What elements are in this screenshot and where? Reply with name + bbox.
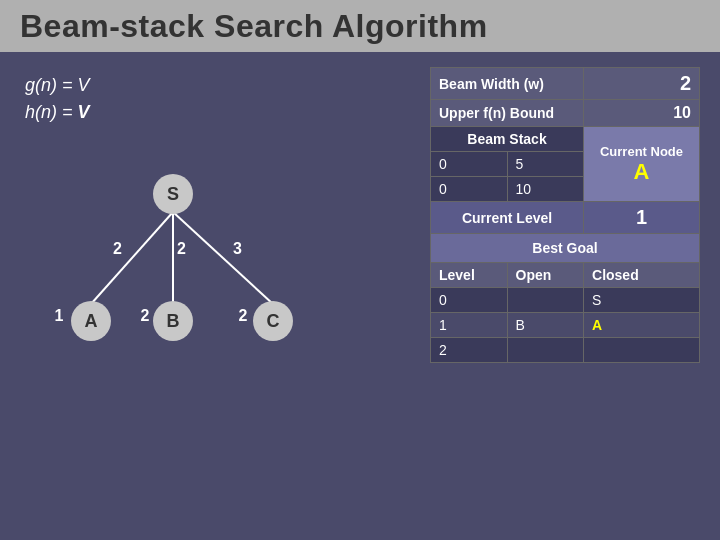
legend-bold-v: V: [78, 102, 90, 122]
level-2: 2: [431, 338, 508, 363]
table-row-1: 1 B A: [431, 313, 700, 338]
current-level-row: Current Level 1: [431, 202, 700, 234]
col-closed-header: Closed: [584, 263, 700, 288]
current-node-area: Current Node A: [584, 127, 700, 202]
sub-header-row: Beam Stack Current Node A: [431, 127, 700, 152]
beam-width-value: 2: [584, 68, 700, 100]
graph-container: 2 2 3 S 1 A 2 B 2 C: [25, 146, 325, 446]
node-b-num: 2: [141, 307, 150, 324]
node-a-num: 1: [55, 307, 64, 324]
svg-line-2: [173, 212, 273, 304]
upper-bound-value: 10: [584, 100, 700, 127]
right-panel: Beam Width (w) 2 Upper f(n) Bound 10 Bea…: [425, 62, 705, 530]
title-bar: Beam-stack Search Algorithm: [0, 0, 720, 52]
node-a-label: A: [85, 311, 98, 331]
node-c-label: C: [267, 311, 280, 331]
beam-stack-label: Beam Stack: [431, 127, 584, 152]
upper-bound-label: Upper f(n) Bound: [431, 100, 584, 127]
col-open-header: Open: [507, 263, 584, 288]
table-header-row: Level Open Closed: [431, 263, 700, 288]
edge-weight-sc: 3: [233, 240, 242, 257]
beam-width-row: Beam Width (w) 2: [431, 68, 700, 100]
current-node-label: Current Node: [592, 144, 691, 159]
level-1: 1: [431, 313, 508, 338]
closed-0: S: [584, 288, 700, 313]
best-goal-label: Best Goal: [431, 234, 700, 263]
graph-svg: 2 2 3 S 1 A 2 B 2 C: [25, 146, 315, 366]
closed-1: A: [584, 313, 700, 338]
beam-stack-col2-2: 10: [507, 177, 584, 202]
best-goal-row: Best Goal: [431, 234, 700, 263]
col-level-header: Level: [431, 263, 508, 288]
main-content: g(n) = V h(n) = V 2 2 3 S 1: [0, 52, 720, 540]
table-row-0: 0 S: [431, 288, 700, 313]
edge-weight-sb: 2: [177, 240, 186, 257]
open-1: B: [507, 313, 584, 338]
level-0: 0: [431, 288, 508, 313]
left-panel: g(n) = V h(n) = V 2 2 3 S 1: [15, 62, 425, 530]
beam-stack-col2-1: 5: [507, 152, 584, 177]
node-s-label: S: [167, 184, 179, 204]
current-level-value: 1: [584, 202, 700, 234]
info-table: Beam Width (w) 2 Upper f(n) Bound 10 Bea…: [430, 67, 700, 363]
upper-bound-row: Upper f(n) Bound 10: [431, 100, 700, 127]
beam-stack-col1-2: 0: [431, 177, 508, 202]
open-0: [507, 288, 584, 313]
open-2: [507, 338, 584, 363]
current-node-value: A: [592, 159, 691, 185]
table-row-2: 2: [431, 338, 700, 363]
node-b-label: B: [167, 311, 180, 331]
legend: g(n) = V h(n) = V: [25, 72, 415, 126]
svg-line-0: [91, 212, 173, 304]
closed-2: [584, 338, 700, 363]
node-c-num: 2: [239, 307, 248, 324]
legend-line1: g(n) = V: [25, 72, 415, 99]
current-level-label: Current Level: [431, 202, 584, 234]
page-title: Beam-stack Search Algorithm: [20, 8, 488, 45]
beam-width-label: Beam Width (w): [431, 68, 584, 100]
beam-stack-col1-1: 0: [431, 152, 508, 177]
edge-weight-sa: 2: [113, 240, 122, 257]
legend-line2: h(n) = V: [25, 99, 415, 126]
